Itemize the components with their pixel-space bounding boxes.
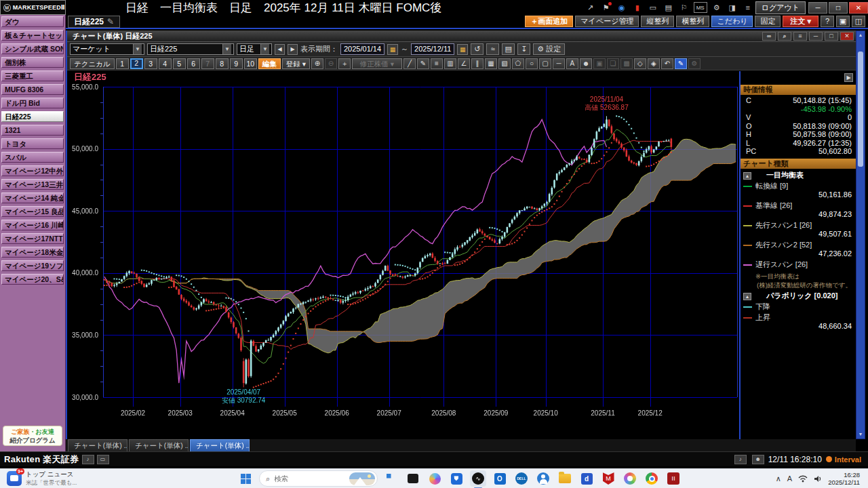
preset-number-button[interactable]: 6 [187, 58, 200, 69]
parallel-lines-icon[interactable]: ∥ [471, 58, 484, 69]
referral-ad-banner[interactable]: ご家族・お友達 紹介プログラム [3, 426, 62, 446]
sidebar-item[interactable]: マイページ20、S&P50 [1, 274, 64, 285]
mute-icon[interactable]: ♪ [82, 455, 94, 464]
price-chart-canvas[interactable] [68, 71, 741, 439]
kodawari-button[interactable]: こだわり [711, 16, 753, 27]
zoom-out-icon[interactable]: ⊖ [325, 58, 337, 69]
copy-object-icon[interactable]: ❏ [607, 58, 619, 69]
draw-settings-icon[interactable]: ⚙ [688, 58, 701, 69]
sidebar-item[interactable]: トヨタ [1, 138, 64, 149]
sidebar-item[interactable]: 1321 [1, 125, 64, 136]
timeframe-select[interactable]: 日足▼ [237, 43, 272, 55]
edit-preset-button[interactable]: 編集 [258, 58, 281, 69]
zoom-in-icon[interactable]: ⊕ [311, 58, 323, 69]
wifi-icon[interactable] [798, 475, 808, 483]
next-symbol-button[interactable]: ▶ [288, 44, 298, 55]
collapse-group-icon[interactable]: ▲ [743, 172, 751, 180]
technical-button[interactable]: テクニカル [70, 58, 115, 69]
line-chart-mode-icon[interactable]: ≈ [486, 43, 499, 55]
scroll-up-icon[interactable]: ▲ [856, 31, 865, 39]
continuous-draw-icon[interactable]: ✎ [675, 58, 687, 69]
hline-set-icon[interactable]: ≡ [431, 58, 443, 69]
pencil-icon[interactable]: ✎ [417, 58, 429, 69]
sidebar-item[interactable]: ダウ [1, 16, 64, 27]
monitor-icon[interactable]: ▭ [647, 2, 659, 13]
preset-number-button[interactable]: 10 [244, 58, 257, 69]
sidebar-item[interactable]: マイページ12中外製薬 [1, 165, 64, 176]
widgets-button[interactable]: 9+ トップ ニュース 米誌「世界で最も... [0, 470, 136, 487]
undo-icon[interactable]: ↶ [661, 58, 673, 69]
help-button[interactable]: ? [821, 16, 834, 27]
print-icon[interactable]: ▤ [502, 43, 515, 55]
app-maximize-button[interactable]: □ [829, 2, 848, 14]
layout-icon[interactable]: ▭ [97, 455, 109, 464]
sidebar-item[interactable]: マイページ17NTT [1, 233, 64, 244]
preset-number-button[interactable]: 9 [230, 58, 243, 69]
rectangle-icon[interactable]: ▢ [539, 58, 551, 69]
prev-symbol-button[interactable]: ◀ [275, 44, 285, 55]
window-scrollbar[interactable]: ▲ ▼ [856, 30, 865, 439]
sidebar-item[interactable]: ドル円 Bid [1, 98, 64, 108]
sound-icon[interactable]: ♪ [734, 455, 747, 464]
marketspeed-red-icon[interactable]: ıı [665, 470, 682, 487]
speaker-tool-icon[interactable]: ◨ [726, 2, 738, 13]
preset-number-button[interactable]: 4 [159, 58, 172, 69]
window-tab[interactable]: チャート(単体) ... [68, 439, 127, 451]
preset-number-button[interactable]: 1 [116, 58, 129, 69]
window-tab[interactable]: チャート(単体) ... [129, 439, 189, 451]
search-input[interactable] [274, 474, 345, 483]
board-icon[interactable]: ▤ [663, 2, 675, 13]
hamburger-menu-icon[interactable]: ≡ [742, 2, 754, 13]
ellipse-icon[interactable]: ○ [526, 58, 538, 69]
pin-button[interactable]: 固定 [755, 16, 781, 27]
preset-number-button[interactable]: 8 [216, 58, 229, 69]
sidebar-item[interactable]: マイページ14 純金1 [1, 192, 64, 203]
bell-icon[interactable]: ⚐ [678, 2, 690, 13]
preset-number-button[interactable]: 3 [144, 58, 157, 69]
tray-overflow-icon[interactable]: ∧ [776, 474, 781, 483]
account-icon[interactable]: ☻ [752, 455, 764, 464]
erase-all-icon[interactable]: ◈ [648, 58, 660, 69]
sidebar-item[interactable]: マイページ18米金先物 [1, 247, 64, 258]
save-image-icon[interactable]: ↧ [517, 43, 530, 55]
stamp-icon[interactable]: ☻ [580, 58, 592, 69]
dell-icon[interactable]: DELL [513, 470, 530, 487]
lock-object-icon[interactable]: ▩ [620, 58, 633, 69]
outlook-icon[interactable]: O [492, 470, 508, 487]
ime-indicator[interactable]: A [787, 474, 792, 483]
quick-launch-icon[interactable]: ↗ [585, 2, 597, 13]
gear-tools-icon[interactable]: ⚙ [711, 2, 723, 13]
copilot-button[interactable] [427, 470, 443, 487]
sidebar-item[interactable]: マイページ19ソフトバン [1, 260, 64, 271]
tile-vertical-button[interactable]: 縦整列 [641, 16, 674, 27]
office-app-icon[interactable]: d [578, 470, 595, 487]
calendar-to-icon[interactable]: ▦ [457, 44, 468, 55]
window-close-button[interactable]: ✕ [840, 32, 854, 41]
group-icon[interactable]: ▣ [593, 58, 606, 69]
window-tab[interactable]: チャート(単体) ... [190, 439, 250, 451]
logout-button[interactable]: ログアウト [755, 1, 806, 14]
panel-collapse-button[interactable]: ▶ [844, 73, 853, 82]
sidebar-item[interactable]: MUFG 8306 [1, 84, 64, 95]
scroll-down-icon[interactable]: ▼ [856, 430, 865, 439]
add-screen-button[interactable]: ＋画面追加 [525, 16, 573, 27]
chart-app-icon[interactable]: ▮ [631, 2, 644, 13]
window-maximize-button[interactable]: □ [825, 32, 838, 41]
clip-layout-button[interactable]: ▣ [836, 16, 850, 27]
volume-icon[interactable] [814, 475, 822, 483]
app-close-button[interactable]: ✕ [849, 2, 868, 14]
store-button[interactable]: ⛊ [448, 470, 465, 487]
calendar-from-icon[interactable]: ▦ [387, 44, 398, 55]
mypage-manage-button[interactable]: マイページ管理 [575, 16, 639, 27]
profile-icon[interactable] [535, 470, 551, 487]
marketspeed2-taskbar-icon[interactable]: ∿ [470, 470, 486, 487]
trendline-icon[interactable]: ╱ [403, 58, 416, 69]
layout-name-tab[interactable]: 日経225 ✎ [68, 16, 120, 28]
paint-icon[interactable] [622, 470, 638, 487]
collapse-group-icon[interactable]: ▲ [743, 293, 751, 300]
shaded-box-icon[interactable]: ▥ [444, 58, 456, 69]
dup-window-button[interactable]: ◫ [852, 16, 865, 27]
sidebar-item[interactable]: 三菱重工 [1, 70, 64, 81]
reset-period-icon[interactable]: ↺ [471, 43, 484, 55]
eraser-icon[interactable]: ◇ [634, 58, 646, 69]
